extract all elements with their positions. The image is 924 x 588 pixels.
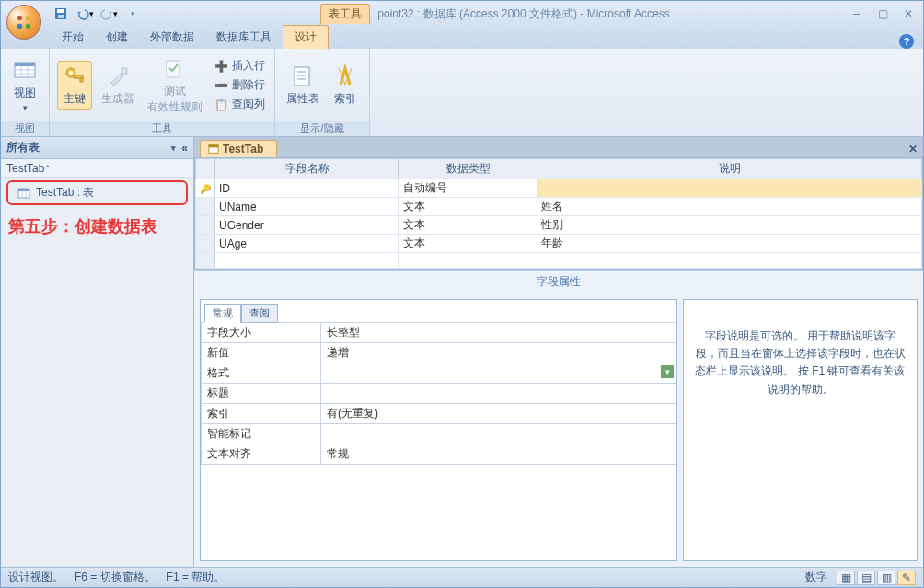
insert-rows-button[interactable]: ➕插入行	[212, 57, 267, 75]
lookup-column-button[interactable]: 📋查阅列	[212, 96, 267, 113]
status-text: 设计视图。 F6 = 切换窗格。 F1 = 帮助。	[8, 570, 225, 585]
grid-row[interactable]: UGender 文本 性别	[196, 216, 922, 235]
svg-point-2	[17, 24, 23, 29]
svg-rect-19	[295, 67, 309, 86]
field-grid[interactable]: 字段名称 数据类型 说明 🔑 ID 自动编号 UName 文本 姓名	[195, 158, 922, 269]
delete-rows-button[interactable]: ➖删除行	[212, 76, 267, 94]
maximize-icon[interactable]: ▢	[873, 6, 892, 21]
select-all-corner[interactable]	[196, 159, 215, 179]
indexes-button[interactable]: 索引	[329, 62, 362, 109]
window-title: point32 : 数据库 (Access 2000 文件格式) - Micro…	[377, 6, 669, 22]
view-design-icon[interactable]: ✎	[897, 571, 916, 585]
field-properties-label: 字段属性	[194, 270, 923, 294]
doc-tab-testtab[interactable]: TestTab	[200, 140, 277, 157]
property-grid[interactable]: 字段大小长整型 新值递增 格式▾ 标题 索引有(无重复) 智能标记 文本对齐常规	[201, 322, 676, 465]
primary-key-icon: 🔑	[200, 184, 211, 194]
close-icon[interactable]: ✕	[899, 6, 918, 21]
view-datasheet-icon[interactable]: ▦	[837, 571, 855, 585]
redo-icon[interactable]: ▾	[98, 4, 119, 24]
svg-point-3	[26, 24, 31, 29]
view-button[interactable]: 视图 ▾	[8, 56, 41, 114]
grid-row[interactable]	[196, 253, 922, 269]
nav-item-testtab[interactable]: TestTab : 表	[6, 180, 188, 205]
svg-rect-24	[18, 189, 29, 191]
svg-point-0	[17, 16, 23, 21]
save-icon[interactable]	[51, 4, 71, 24]
chevron-down-icon[interactable]: ▾	[171, 144, 176, 153]
builder-button[interactable]: 生成器	[98, 62, 138, 109]
grid-row[interactable]: 🔑 ID 自动编号	[196, 179, 922, 198]
tab-external-data[interactable]: 外部数据	[139, 26, 205, 49]
dropdown-icon[interactable]: ▾	[661, 365, 674, 378]
office-button[interactable]	[6, 5, 41, 40]
svg-rect-5	[57, 9, 64, 13]
contextual-tab-label: 表工具	[320, 4, 370, 24]
collapse-icon[interactable]: ⌃	[44, 164, 52, 173]
nav-header[interactable]: 所有表 ▾ «	[1, 137, 193, 159]
svg-rect-28	[209, 145, 218, 148]
annotation-text: 第五步：创建数据表	[1, 208, 193, 245]
col-description[interactable]: 说明	[537, 159, 922, 179]
group-view-label: 视图	[1, 121, 49, 136]
primary-key-button[interactable]: 主键	[57, 61, 92, 110]
table-icon	[208, 144, 219, 155]
nav-group-header[interactable]: TestTab ⌃	[1, 159, 193, 178]
svg-rect-16	[80, 78, 83, 82]
doc-close-icon[interactable]: ✕	[903, 141, 923, 157]
tab-home[interactable]: 开始	[51, 26, 95, 49]
undo-icon[interactable]: ▾	[75, 4, 95, 24]
col-data-type[interactable]: 数据类型	[399, 159, 537, 179]
group-tools-label: 工具	[50, 121, 274, 136]
view-pivot-chart-icon[interactable]: ▥	[877, 571, 895, 585]
tab-database-tools[interactable]: 数据库工具	[205, 26, 283, 49]
test-validation-button[interactable]: 测试 有效性规则	[144, 54, 206, 117]
minimize-icon[interactable]: ─	[848, 6, 866, 21]
svg-point-14	[69, 71, 73, 75]
tab-design[interactable]: 设计	[283, 25, 329, 49]
col-field-name[interactable]: 字段名称	[215, 159, 399, 179]
svg-rect-6	[58, 15, 64, 18]
tab-create[interactable]: 创建	[95, 26, 139, 49]
help-panel: 字段说明是可选的。 用于帮助说明该字段，而且当在窗体上选择该字段时，也在状态栏上…	[683, 299, 918, 561]
grid-row[interactable]: UName 文本 姓名	[196, 198, 922, 216]
qat-customize-icon[interactable]: ▾	[122, 4, 143, 24]
group-showhide-label: 显示/隐藏	[275, 121, 369, 136]
status-mode: 数字	[805, 570, 827, 585]
svg-rect-17	[121, 68, 127, 74]
property-sheet-button[interactable]: 属性表	[283, 62, 323, 109]
props-tab-general[interactable]: 常规	[204, 304, 241, 323]
shutter-bar-icon[interactable]: «	[181, 142, 188, 155]
svg-rect-8	[15, 63, 35, 66]
grid-row[interactable]: UAge 文本 年龄	[196, 235, 922, 253]
props-tab-lookup[interactable]: 查阅	[241, 304, 278, 323]
view-pivot-table-icon[interactable]: ▤	[857, 571, 875, 585]
svg-point-1	[26, 16, 31, 21]
help-icon[interactable]: ?	[899, 34, 914, 49]
table-icon	[17, 187, 30, 200]
